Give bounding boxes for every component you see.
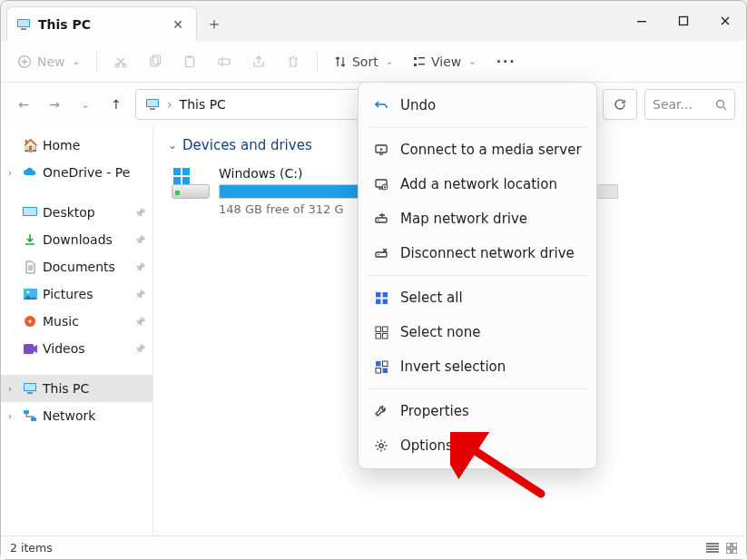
chevron-down-icon[interactable]: ⌄ bbox=[168, 139, 177, 152]
svg-rect-57 bbox=[382, 361, 388, 367]
svg-rect-38 bbox=[732, 543, 737, 547]
svg-rect-16 bbox=[418, 64, 425, 65]
back-button[interactable]: ← bbox=[12, 93, 35, 116]
sidebar-item-label: Documents bbox=[43, 260, 115, 274]
map-drive-icon bbox=[373, 211, 389, 227]
delete-button bbox=[279, 47, 308, 76]
new-button[interactable]: New ⌄ bbox=[10, 47, 87, 76]
drive-icon bbox=[172, 166, 210, 202]
rename-button bbox=[210, 47, 239, 76]
svg-rect-52 bbox=[376, 327, 381, 332]
svg-rect-55 bbox=[382, 333, 388, 339]
tab-thispc[interactable]: This PC ✕ bbox=[6, 6, 197, 41]
download-icon bbox=[23, 232, 37, 247]
large-icons-view-icon[interactable] bbox=[726, 543, 737, 554]
menu-label: Properties bbox=[400, 403, 469, 419]
sidebar-item-pictures[interactable]: Pictures bbox=[1, 280, 152, 308]
sidebar-item-network[interactable]: › Network bbox=[1, 402, 152, 429]
network-icon bbox=[23, 408, 37, 423]
breadcrumb-sep: › bbox=[167, 97, 172, 112]
svg-rect-32 bbox=[31, 418, 36, 421]
menu-label: Select all bbox=[400, 290, 463, 306]
menu-label: Add a network location bbox=[400, 176, 557, 192]
sort-icon bbox=[334, 55, 347, 68]
menu-select-all[interactable]: Select all bbox=[359, 280, 596, 315]
menu-map-network-drive[interactable]: Map network drive bbox=[359, 201, 596, 236]
details-view-icon[interactable] bbox=[706, 543, 719, 554]
svg-rect-35 bbox=[173, 177, 181, 184]
search-box[interactable]: Sear... bbox=[644, 89, 735, 120]
svg-rect-49 bbox=[382, 292, 388, 298]
forward-button[interactable]: → bbox=[43, 93, 66, 116]
svg-rect-46 bbox=[376, 252, 387, 257]
svg-rect-29 bbox=[25, 384, 35, 390]
menu-disconnect-network-drive[interactable]: Disconnect network drive bbox=[359, 236, 596, 270]
sidebar-item-documents[interactable]: Documents bbox=[1, 253, 152, 280]
svg-point-45 bbox=[378, 220, 379, 221]
new-label: New bbox=[37, 54, 65, 69]
search-placeholder: Sear... bbox=[653, 97, 710, 112]
svg-rect-53 bbox=[382, 327, 388, 332]
svg-rect-36 bbox=[182, 177, 190, 184]
sidebar-item-onedrive[interactable]: › OneDrive - Pe bbox=[1, 159, 152, 186]
home-icon: 🏠 bbox=[23, 138, 37, 152]
chevron-right-icon[interactable]: › bbox=[8, 384, 17, 394]
view-button[interactable]: View ⌄ bbox=[406, 47, 484, 76]
svg-point-60 bbox=[379, 444, 383, 447]
menu-connect-media[interactable]: Connect to a media server bbox=[359, 133, 596, 167]
menu-label: Options bbox=[400, 437, 453, 454]
svg-rect-22 bbox=[24, 208, 36, 215]
refresh-button[interactable] bbox=[603, 89, 637, 120]
up-button[interactable]: ↑ bbox=[104, 93, 128, 116]
view-label: View bbox=[431, 54, 461, 69]
close-button[interactable] bbox=[704, 1, 746, 41]
more-menu: Undo Connect to a media server Add a net… bbox=[358, 82, 597, 469]
svg-rect-40 bbox=[732, 549, 737, 554]
tab-close-icon[interactable]: ✕ bbox=[169, 14, 187, 35]
menu-undo[interactable]: Undo bbox=[359, 88, 596, 123]
sidebar-item-desktop[interactable]: Desktop bbox=[1, 199, 152, 226]
breadcrumb-location[interactable]: This PC bbox=[180, 97, 226, 112]
music-icon bbox=[23, 314, 37, 329]
group-header-label: Devices and drives bbox=[182, 137, 312, 153]
sidebar-item-downloads[interactable]: Downloads bbox=[1, 226, 152, 253]
svg-rect-13 bbox=[414, 57, 417, 60]
chevron-right-icon[interactable]: › bbox=[8, 168, 17, 178]
sidebar-item-videos[interactable]: Videos bbox=[1, 335, 152, 362]
sidebar-item-home[interactable]: 🏠 Home bbox=[1, 132, 152, 159]
command-bar: New ⌄ Sort ⌄ View ⌄ ··· bbox=[1, 41, 746, 83]
minimize-button[interactable] bbox=[621, 1, 663, 41]
svg-rect-31 bbox=[24, 410, 29, 414]
svg-rect-12 bbox=[219, 59, 230, 64]
svg-point-47 bbox=[378, 254, 379, 256]
more-button[interactable]: ··· bbox=[489, 47, 524, 76]
menu-separator bbox=[368, 275, 587, 276]
monitor-icon bbox=[145, 97, 160, 112]
media-server-icon bbox=[373, 142, 389, 158]
menu-options[interactable]: Options bbox=[359, 428, 596, 463]
menu-separator bbox=[368, 127, 587, 128]
menu-properties[interactable]: Properties bbox=[359, 394, 596, 428]
tab-title: This PC bbox=[38, 17, 91, 32]
menu-add-network-location[interactable]: Add a network location bbox=[359, 167, 596, 201]
paste-button bbox=[175, 47, 204, 76]
menu-label: Select none bbox=[400, 324, 480, 340]
copy-button bbox=[141, 47, 170, 76]
menu-invert-selection[interactable]: Invert selection bbox=[359, 349, 596, 384]
svg-rect-54 bbox=[376, 333, 381, 339]
svg-rect-27 bbox=[24, 344, 34, 354]
sort-button[interactable]: Sort ⌄ bbox=[327, 47, 400, 76]
new-tab-button[interactable]: ＋ bbox=[197, 6, 231, 41]
menu-select-none[interactable]: Select none bbox=[359, 315, 596, 349]
plus-circle-icon bbox=[17, 54, 32, 69]
svg-rect-18 bbox=[147, 100, 158, 106]
svg-rect-51 bbox=[382, 299, 388, 304]
chevron-right-icon[interactable]: › bbox=[8, 411, 17, 421]
chevron-down-icon: ⌄ bbox=[468, 56, 476, 66]
recent-dropdown[interactable]: ⌄ bbox=[74, 93, 97, 116]
sidebar-item-thispc[interactable]: › This PC bbox=[1, 375, 152, 402]
svg-rect-10 bbox=[185, 56, 193, 66]
svg-point-20 bbox=[717, 100, 724, 107]
maximize-button[interactable] bbox=[663, 1, 704, 41]
sidebar-item-music[interactable]: Music bbox=[1, 308, 152, 335]
